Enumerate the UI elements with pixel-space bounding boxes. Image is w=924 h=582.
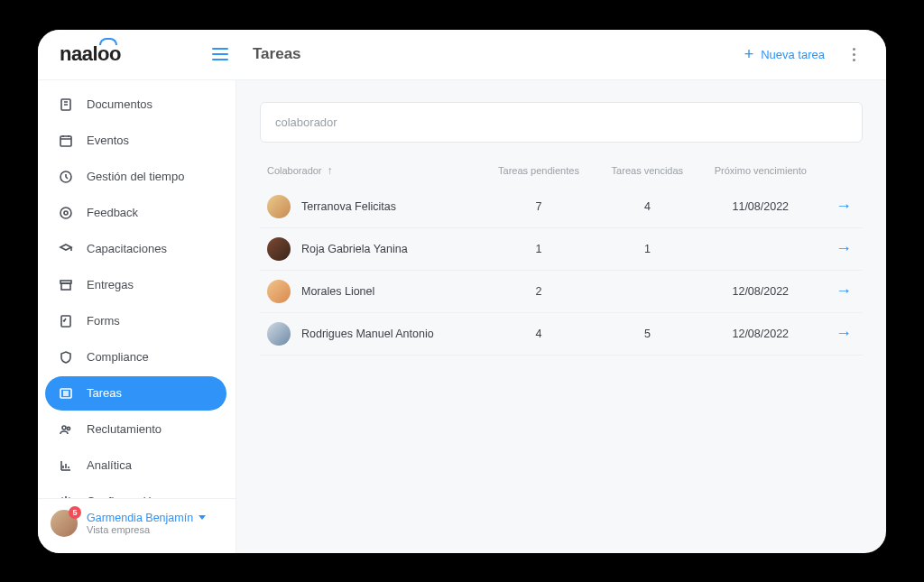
sidebar-item-feedback[interactable]: Feedback bbox=[45, 196, 226, 230]
sidebar-item-analítica[interactable]: Analítica bbox=[45, 448, 226, 483]
cell-vencidas: 5 bbox=[593, 328, 701, 340]
cell-proximo: 12/08/2022 bbox=[702, 285, 819, 298]
app-window: naaloo Tareas + Nueva tarea DocumentosEv… bbox=[38, 30, 886, 553]
sidebar-item-label: Compliance bbox=[87, 350, 149, 364]
sidebar-item-label: Eventos bbox=[87, 134, 129, 147]
sidebar-item-label: Entregas bbox=[87, 278, 134, 291]
sidebar-item-forms[interactable]: Forms bbox=[45, 304, 226, 338]
document-icon bbox=[58, 97, 74, 113]
shield-icon bbox=[58, 349, 74, 365]
brand-logo: naaloo bbox=[52, 42, 206, 66]
graduation-icon bbox=[58, 241, 74, 257]
sidebar-item-label: Feedback bbox=[87, 206, 138, 219]
table-row: Roja Gabriela Yanina11→ bbox=[260, 228, 863, 271]
topbar: naaloo Tareas + Nueva tarea bbox=[38, 30, 886, 80]
new-task-label: Nueva tarea bbox=[761, 48, 825, 61]
user-name: Garmendia Benjamín bbox=[87, 512, 206, 524]
user-subtitle: Vista empresa bbox=[87, 524, 206, 535]
row-open-arrow-icon[interactable]: → bbox=[819, 239, 855, 258]
calendar-icon bbox=[58, 133, 74, 149]
sidebar-item-label: Documentos bbox=[87, 97, 152, 111]
cell-vencidas: 1 bbox=[593, 243, 701, 255]
chevron-down-icon bbox=[199, 515, 206, 520]
row-open-arrow-icon[interactable]: → bbox=[819, 197, 855, 216]
svg-point-9 bbox=[64, 211, 68, 215]
cell-pendientes: 7 bbox=[485, 200, 593, 213]
row-avatar bbox=[267, 322, 291, 346]
cell-pendientes: 2 bbox=[485, 285, 593, 298]
people-icon bbox=[58, 421, 74, 438]
more-menu-icon[interactable] bbox=[843, 43, 864, 65]
sidebar-item-label: Tareas bbox=[87, 386, 122, 400]
column-pendientes[interactable]: Tareas pendientes bbox=[485, 165, 593, 176]
row-avatar bbox=[267, 195, 291, 218]
hamburger-menu-icon[interactable] bbox=[206, 40, 235, 69]
sort-ascending-icon: ↑ bbox=[328, 164, 333, 177]
archive-icon bbox=[58, 277, 74, 293]
target-icon bbox=[58, 205, 74, 221]
cell-colaborador: Roja Gabriela Yanina bbox=[267, 237, 485, 261]
row-avatar bbox=[267, 280, 291, 303]
table-body: Terranova Felicitas7411/08/2022→Roja Gab… bbox=[260, 186, 863, 356]
sidebar: DocumentosEventosGestión del tiempoFeedb… bbox=[38, 80, 236, 553]
cell-pendientes: 1 bbox=[485, 243, 593, 255]
cell-proximo: 12/08/2022 bbox=[702, 328, 819, 340]
main-content: colaborador Colaborador ↑ Tareas pendien… bbox=[236, 80, 886, 553]
sidebar-item-documentos[interactable]: Documentos bbox=[45, 88, 226, 122]
plus-icon: + bbox=[744, 46, 754, 62]
cell-colaborador: Terranova Felicitas bbox=[267, 195, 485, 218]
chart-icon bbox=[58, 457, 74, 474]
sidebar-item-compliance[interactable]: Compliance bbox=[45, 340, 226, 374]
notification-badge: 5 bbox=[69, 506, 81, 519]
sidebar-item-capacitaciones[interactable]: Capacitaciones bbox=[45, 232, 226, 266]
cell-vencidas: 4 bbox=[593, 200, 701, 213]
sidebar-item-label: Forms bbox=[87, 314, 120, 328]
table-row: Terranova Felicitas7411/08/2022→ bbox=[260, 186, 863, 228]
svg-marker-10 bbox=[60, 245, 71, 250]
cell-pendientes: 4 bbox=[485, 328, 593, 340]
sidebar-item-tareas[interactable]: Tareas bbox=[45, 376, 226, 411]
sidebar-item-configuración[interactable]: Configuración bbox=[45, 485, 226, 498]
sidebar-item-label: Capacitaciones bbox=[87, 242, 167, 255]
user-avatar[interactable]: 5 bbox=[51, 510, 78, 537]
row-avatar bbox=[267, 237, 291, 261]
sidebar-item-reclutamiento[interactable]: Reclutamiento bbox=[45, 412, 226, 447]
body-area: DocumentosEventosGestión del tiempoFeedb… bbox=[38, 80, 886, 553]
cell-colaborador: Rodrigues Manuel Antonio bbox=[267, 322, 485, 346]
table-row: Morales Lionel212/08/2022→ bbox=[260, 271, 863, 313]
clock-icon bbox=[58, 169, 74, 185]
cell-colaborador: Morales Lionel bbox=[267, 280, 485, 303]
row-name: Rodrigues Manuel Antonio bbox=[301, 328, 434, 340]
sidebar-item-label: Analítica bbox=[87, 458, 132, 472]
table-header: Colaborador ↑ Tareas pendientes Tareas v… bbox=[260, 164, 863, 186]
form-icon bbox=[58, 313, 74, 329]
svg-point-19 bbox=[62, 426, 66, 430]
sidebar-nav[interactable]: DocumentosEventosGestión del tiempoFeedb… bbox=[38, 80, 236, 498]
sidebar-footer: 5 Garmendia Benjamín Vista empresa bbox=[38, 498, 236, 553]
svg-point-8 bbox=[60, 208, 71, 218]
sidebar-item-label: Gestión del tiempo bbox=[87, 170, 184, 183]
svg-point-20 bbox=[67, 427, 69, 430]
row-open-arrow-icon[interactable]: → bbox=[819, 282, 855, 300]
user-info[interactable]: Garmendia Benjamín Vista empresa bbox=[87, 512, 206, 535]
page-title: Tareas bbox=[253, 45, 301, 63]
search-input[interactable]: colaborador bbox=[260, 102, 863, 143]
svg-rect-14 bbox=[61, 316, 70, 327]
svg-rect-13 bbox=[61, 283, 70, 290]
sidebar-item-eventos[interactable]: Eventos bbox=[45, 124, 226, 158]
column-colaborador[interactable]: Colaborador ↑ bbox=[267, 164, 485, 177]
new-task-button[interactable]: + Nueva tarea bbox=[737, 42, 832, 66]
table-row: Rodrigues Manuel Antonio4512/08/2022→ bbox=[260, 313, 863, 356]
svg-rect-3 bbox=[60, 136, 71, 146]
sidebar-item-label: Reclutamiento bbox=[87, 422, 162, 436]
list-icon bbox=[58, 385, 74, 402]
row-name: Terranova Felicitas bbox=[301, 200, 396, 213]
column-proximo[interactable]: Próximo vencimiento bbox=[702, 165, 819, 176]
sidebar-item-gestión-del-tiempo[interactable]: Gestión del tiempo bbox=[45, 160, 226, 194]
sidebar-item-entregas[interactable]: Entregas bbox=[45, 268, 226, 302]
cell-proximo: 11/08/2022 bbox=[702, 200, 819, 213]
row-open-arrow-icon[interactable]: → bbox=[819, 324, 855, 343]
column-vencidas[interactable]: Tareas vencidas bbox=[593, 165, 701, 176]
row-name: Roja Gabriela Yanina bbox=[301, 243, 408, 255]
row-name: Morales Lionel bbox=[301, 285, 374, 298]
